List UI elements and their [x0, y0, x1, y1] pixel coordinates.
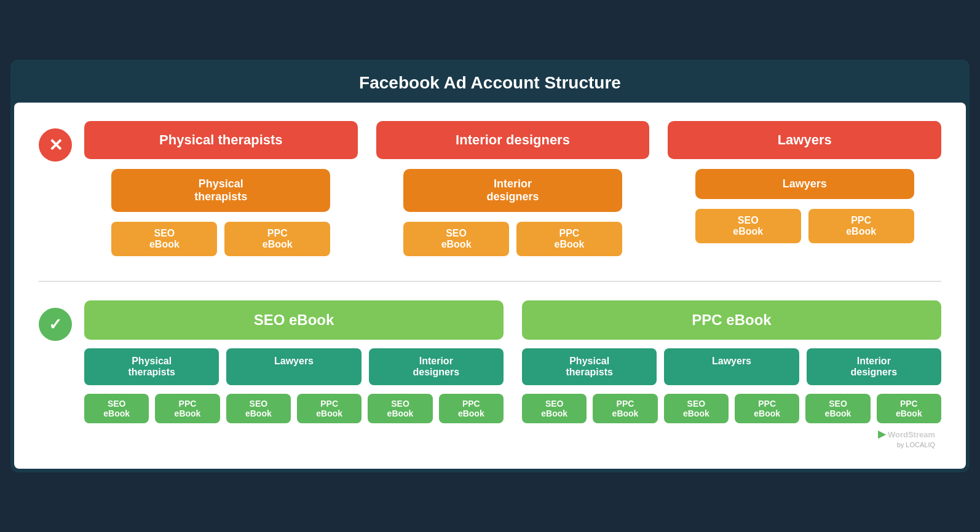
orange-adset-2: Interiordesigners: [403, 169, 622, 212]
teal-adset-lawyers-2: Lawyers: [664, 348, 799, 385]
orange-adset-1: Physicaltherapists: [111, 169, 330, 212]
teal-adset-pt-2: Physicaltherapists: [522, 348, 657, 385]
teal-adsets-ppc: Physicaltherapists Lawyers Interiordesig…: [522, 348, 941, 385]
green-ads-seo: SEOeBook PPCeBook SEOeBook PPCeBook SEOe…: [84, 394, 504, 423]
correct-example-section: ✓ SEO eBook Physicaltherapists Lawyers I…: [39, 300, 941, 423]
orange-ads-row-3: SEOeBook PPCeBook: [695, 209, 914, 243]
green-ad-seo-1: SEOeBook: [84, 394, 149, 423]
green-ad-ppc-5: PPCeBook: [735, 394, 799, 423]
red-campaign-3: Lawyers: [668, 121, 941, 159]
title-bar: Facebook Ad Account Structure: [14, 63, 966, 103]
teal-adset-id-2: Interiordesigners: [807, 348, 941, 385]
teal-adset-lawyers: Lawyers: [226, 348, 361, 385]
wrong-column-3: Lawyers Lawyers SEOeBook PPCeBook: [668, 121, 941, 256]
red-campaign-1: Physical therapists: [84, 121, 358, 159]
green-ad-ppc-6: PPCeBook: [877, 394, 941, 423]
green-ad-ppc-2: PPCeBook: [297, 394, 362, 423]
green-ad-ppc-4: PPCeBook: [593, 394, 657, 423]
wrong-column-1: Physical therapists Physicaltherapists S…: [84, 121, 358, 256]
main-content: ✕ Physical therapists Physicaltherapists…: [14, 103, 966, 469]
orange-ads-row-1: SEOeBook PPCeBook: [111, 222, 330, 256]
orange-ads-row-2: SEOeBook PPCeBook: [403, 222, 622, 256]
wrong-icon: ✕: [39, 128, 72, 162]
correct-columns: SEO eBook Physicaltherapists Lawyers Int…: [84, 300, 941, 423]
teal-adset-id: Interiordesigners: [369, 348, 504, 385]
wordstream-sub: by LOCALIQ: [897, 441, 935, 448]
page-title: Facebook Ad Account Structure: [26, 73, 954, 93]
wordstream-logo: ▶ WordStream by LOCALIQ: [39, 423, 941, 450]
green-ad-ppc-3: PPCeBook: [439, 394, 504, 423]
green-ad-seo-4: SEOeBook: [522, 394, 587, 423]
correct-column-ppc: PPC eBook Physicaltherapists Lawyers Int…: [522, 300, 941, 423]
orange-ad-seo-2: SEOeBook: [403, 222, 509, 256]
teal-adsets-seo: Physicaltherapists Lawyers Interiordesig…: [84, 348, 504, 385]
green-campaign-seo: SEO eBook: [84, 300, 504, 340]
green-ads-ppc: SEOeBook PPCeBook SEOeBook PPCeBook SEOe…: [522, 394, 941, 423]
wordstream-name: WordStream: [888, 430, 935, 439]
green-ad-seo-6: SEOeBook: [805, 394, 870, 423]
wrong-columns: Physical therapists Physicaltherapists S…: [84, 121, 941, 256]
wrong-example-section: ✕ Physical therapists Physicaltherapists…: [39, 121, 941, 256]
green-campaign-ppc: PPC eBook: [522, 300, 941, 340]
orange-ad-ppc-1: PPCeBook: [224, 222, 330, 256]
orange-adset-3: Lawyers: [695, 169, 914, 199]
correct-icon: ✓: [39, 308, 72, 341]
orange-ad-seo-3: SEOeBook: [695, 209, 801, 243]
wordstream-icon: ▶: [878, 429, 885, 439]
orange-ad-seo-1: SEOeBook: [111, 222, 217, 256]
section-divider: [39, 281, 941, 282]
correct-column-seo: SEO eBook Physicaltherapists Lawyers Int…: [84, 300, 504, 423]
green-ad-ppc-1: PPCeBook: [155, 394, 219, 423]
orange-ad-ppc-2: PPCeBook: [516, 222, 622, 256]
red-campaign-2: Interior designers: [376, 121, 650, 159]
green-ad-seo-3: SEOeBook: [368, 394, 432, 423]
green-ad-seo-5: SEOeBook: [664, 394, 729, 423]
outer-frame: Facebook Ad Account Structure ✕ Physical…: [10, 60, 970, 472]
teal-adset-pt: Physicaltherapists: [84, 348, 219, 385]
wrong-column-2: Interior designers Interiordesigners SEO…: [376, 121, 650, 256]
green-ad-seo-2: SEOeBook: [226, 394, 291, 423]
orange-ad-ppc-3: PPCeBook: [808, 209, 914, 243]
